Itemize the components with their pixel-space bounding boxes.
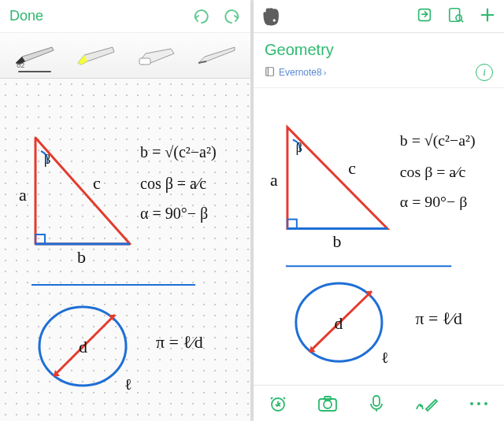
done-button[interactable]: Done [9,8,43,24]
redo-button[interactable] [222,9,241,24]
note-viewer-pane: Geometry Evernote8 › i β a c b b = √(c²−… [254,0,504,421]
reminder-button[interactable] [269,394,287,413]
share-icon [416,6,433,24]
side-a-label: a [19,185,27,205]
svg-point-44 [477,402,480,405]
editor-header: Done [0,0,250,33]
svg-text:c: c [348,159,356,178]
handwriting-icon [415,395,439,412]
svg-marker-6 [198,47,235,63]
side-b-label: b [77,247,86,267]
drawing-canvas[interactable]: β a c b b = √(c²−a²) cos β = a⁄c α = 90°… [0,79,250,421]
cutter-icon [195,46,236,66]
svg-text:α = 90°− β: α = 90°− β [400,193,467,210]
svg-rect-14 [419,9,431,20]
chevron-right-icon: › [324,68,327,77]
svg-text:β: β [296,141,302,155]
svg-rect-42 [373,396,380,406]
info-button[interactable]: i [476,64,493,81]
camera-icon [317,394,338,413]
formula-2: cos β = a⁄c [140,175,206,193]
handwriting-button[interactable] [415,395,439,412]
formula-3: α = 90°− β [140,205,208,223]
svg-text:b: b [332,232,341,251]
note-meta-row: Evernote8 › i [254,64,504,88]
undo-button[interactable] [192,9,211,24]
side-c-label: c [93,173,101,193]
svg-rect-20 [266,67,274,76]
svg-point-16 [456,15,461,20]
evernote-logo-icon [261,6,282,27]
eraser-icon [135,46,176,66]
undo-icon [192,9,211,24]
note-title[interactable]: Geometry [254,33,504,64]
drawing-content: β a c b b = √(c²−a²) cos β = a⁄c α = 90°… [0,79,250,421]
svg-text:π = ℓ⁄d: π = ℓ⁄d [416,309,462,328]
svg-point-45 [484,402,487,405]
perimeter-label: ℓ [124,375,132,393]
share-button[interactable] [416,6,433,27]
svg-text:b = √(c²−a²): b = √(c²−a²) [400,131,476,150]
pi-formula: π = ℓ⁄d [156,332,203,352]
diameter-label: d [79,337,87,356]
highlighter-tool[interactable] [68,38,123,74]
pen-tool[interactable]: 02 [7,38,62,74]
plus-icon [479,6,496,24]
note-drawing: β a c b b = √(c²−a²) cos β = a⁄c α = 90°… [254,88,504,385]
search-in-note-icon [447,6,465,24]
angle-beta-label: β [44,153,50,167]
svg-text:a: a [270,171,278,190]
viewer-header [254,0,504,33]
svg-rect-22 [287,220,297,229]
alarm-icon [269,394,287,413]
formula-1: b = √(c²−a²) [140,143,217,161]
notebook-icon [265,66,276,79]
pen-size-label: 02 [17,61,24,69]
svg-rect-8 [35,235,45,244]
cutter-tool[interactable] [188,38,243,74]
search-note-button[interactable] [447,6,465,27]
camera-button[interactable] [317,394,338,413]
svg-line-17 [461,20,463,22]
drawing-toolbar: 02 [0,33,250,79]
add-button[interactable] [479,6,496,27]
svg-text:cos β = a⁄c: cos β = a⁄c [400,163,466,180]
note-content[interactable]: β a c b b = √(c²−a²) cos β = a⁄c α = 90°… [254,88,504,385]
svg-point-40 [324,401,332,408]
more-icon [469,400,489,408]
highlighter-icon [75,46,116,66]
svg-point-43 [470,402,473,405]
svg-text:ℓ: ℓ [381,349,389,366]
audio-button[interactable] [368,394,385,413]
svg-text:d: d [334,314,343,333]
note-bottom-toolbar [254,385,504,421]
svg-rect-5 [139,58,150,65]
notebook-link[interactable]: Evernote8 [279,67,322,78]
redo-icon [222,9,241,24]
svg-rect-41 [324,397,331,400]
eraser-tool[interactable] [128,38,183,74]
more-button[interactable] [469,400,489,408]
microphone-icon [368,394,385,413]
drawing-editor-pane: Done 02 [0,0,250,421]
